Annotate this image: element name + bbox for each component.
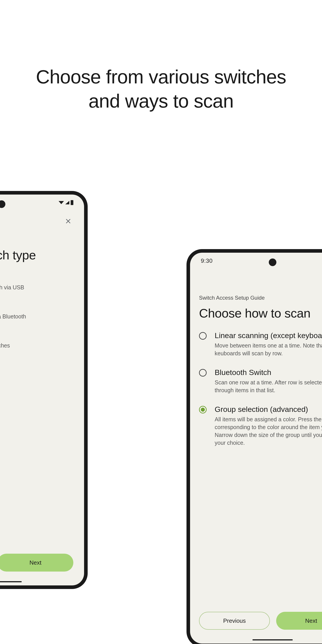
- option-desc: Use facial gesture as switches: [0, 342, 73, 350]
- option-bluetooth-switch[interactable]: Bluetooth Switch Pair a switch wirelessl…: [0, 302, 73, 320]
- next-button[interactable]: Next: [276, 612, 322, 630]
- close-button[interactable]: [64, 217, 72, 226]
- option-title: Camera Switch: [0, 331, 73, 340]
- hero-title: Choose from various switches and ways to…: [0, 65, 322, 113]
- close-icon: [64, 217, 72, 225]
- radio-selected-icon: [199, 406, 206, 414]
- option-title: Bluetooth Switch: [215, 368, 322, 377]
- option-desc: Move between items one at a time. Note t…: [215, 342, 322, 357]
- battery-icon: [71, 200, 73, 205]
- option-group-selection[interactable]: Group selection (advanced) All items wil…: [199, 405, 322, 447]
- option-desc: Pair a switch wirelessly via Bluetooth: [0, 312, 73, 320]
- option-camera-switch[interactable]: Camera Switch Use facial gesture as swit…: [0, 331, 73, 350]
- hero-title-line1: Choose from various switches: [36, 66, 286, 88]
- screen-title: Choose how to scan: [199, 306, 322, 320]
- nav-pill-icon: [0, 581, 22, 582]
- setup-guide-label: Switch Access Setup Guide: [199, 295, 322, 301]
- option-list: USB Switch Physically connect a switch v…: [0, 273, 73, 350]
- phone-frame-right: 9:30 Switch Access Setup Guide Choose ho…: [186, 249, 322, 644]
- setup-guide-label: witch Access Setup Guide: [0, 236, 73, 243]
- radio-unselected-icon: [199, 369, 206, 376]
- cell-signal-icon: [65, 201, 69, 204]
- phone-screen-left: 0 witch Access Setup Guide Choose a swit…: [0, 194, 84, 586]
- phone-screen-right: 9:30 Switch Access Setup Guide Choose ho…: [190, 253, 322, 644]
- wifi-icon: [58, 201, 64, 204]
- status-bar: 0: [0, 194, 84, 211]
- option-title: Group selection (advanced): [215, 405, 322, 414]
- status-bar: 9:30: [190, 253, 322, 269]
- screen-title: Choose a switch type: [0, 248, 73, 262]
- camera-punch-icon: [269, 258, 276, 266]
- status-time: 9:30: [201, 258, 213, 264]
- option-desc: Scan one row at a time. After row is sel…: [215, 378, 322, 394]
- phone-frame-left: 0 witch Access Setup Guide Choose a swit…: [0, 191, 88, 589]
- option-title: Linear scanning (except keyboa: [215, 331, 322, 340]
- option-desc: All items will be assigned a color. Pres…: [215, 416, 322, 447]
- nav-pill-icon: [252, 639, 293, 640]
- option-title: Bluetooth Switch: [0, 302, 73, 311]
- status-icons: [58, 200, 73, 205]
- option-desc: Physically connect a switch via USB: [0, 284, 73, 291]
- option-list: Linear scanning (except keyboa Move betw…: [199, 331, 322, 447]
- hero-title-line2: and ways to scan: [88, 90, 234, 112]
- option-linear-scanning[interactable]: Linear scanning (except keyboa Move betw…: [199, 331, 322, 357]
- option-bluetooth-switch[interactable]: Bluetooth Switch Scan one row at a time.…: [199, 368, 322, 394]
- option-title: USB Switch: [0, 273, 73, 282]
- option-usb-switch[interactable]: USB Switch Physically connect a switch v…: [0, 273, 73, 291]
- radio-unselected-icon: [199, 332, 206, 340]
- next-button[interactable]: Next: [0, 554, 73, 572]
- previous-button[interactable]: Previous: [199, 612, 270, 630]
